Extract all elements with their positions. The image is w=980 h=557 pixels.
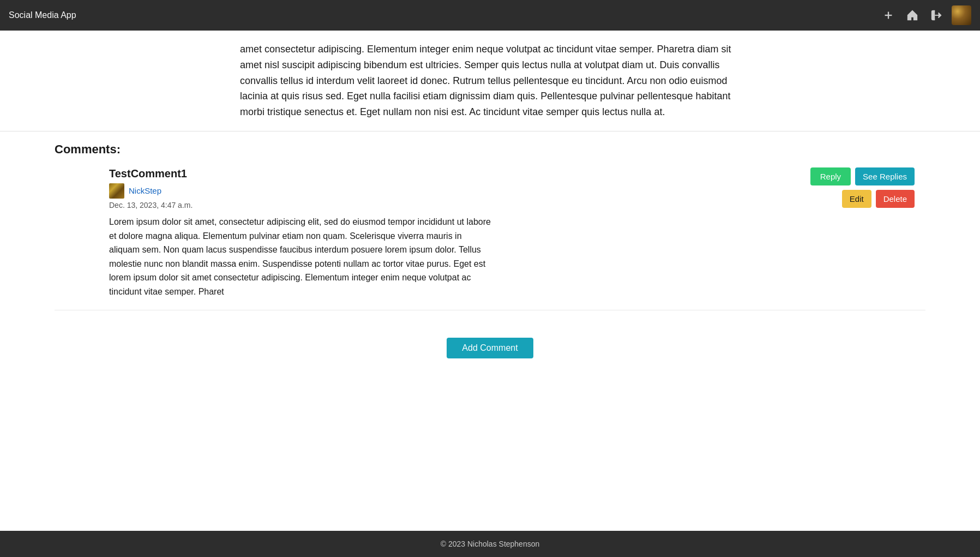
user-avatar[interactable] [952, 5, 971, 25]
comment-actions-row2: Edit Delete [842, 190, 915, 208]
comment-text: Lorem ipsum dolor sit amet, consectetur … [109, 215, 491, 299]
comment-item: TestComment1 NickStep Dec. 13, 2023, 4:4… [55, 167, 925, 310]
comment-author-row: NickStep [109, 183, 810, 199]
see-replies-button[interactable]: See Replies [855, 167, 915, 185]
article-text: amet consectetur adipiscing. Elementum i… [240, 41, 740, 120]
footer: © 2023 Nicholas Stephenson [0, 531, 980, 557]
app-title: Social Media App [9, 10, 76, 20]
main-content: amet consectetur adipiscing. Elementum i… [0, 31, 980, 531]
comment-left-spacer [55, 167, 109, 299]
footer-text: © 2023 Nicholas Stephenson [441, 540, 540, 548]
navbar-actions [880, 5, 971, 25]
add-comment-button[interactable]: Add Comment [447, 338, 533, 358]
delete-button[interactable]: Delete [876, 190, 915, 208]
comment-body: TestComment1 NickStep Dec. 13, 2023, 4:4… [109, 167, 810, 299]
comment-actions: Reply See Replies Edit Delete [810, 167, 925, 299]
logout-icon[interactable] [928, 7, 945, 24]
comments-title: Comments: [55, 142, 925, 157]
comment-title: TestComment1 [109, 167, 810, 180]
comment-date: Dec. 13, 2023, 4:47 a.m. [109, 201, 810, 209]
add-comment-area: Add Comment [55, 327, 925, 380]
comment-actions-row1: Reply See Replies [810, 167, 915, 185]
plus-icon[interactable] [880, 7, 897, 24]
reply-button[interactable]: Reply [810, 167, 851, 185]
edit-button[interactable]: Edit [842, 190, 871, 208]
comments-section: Comments: TestComment1 NickStep Dec. 13,… [0, 131, 980, 391]
comment-author-link[interactable]: NickStep [129, 186, 161, 195]
article-body: amet consectetur adipiscing. Elementum i… [0, 31, 980, 131]
comment-author-avatar [109, 183, 124, 199]
home-icon[interactable] [904, 7, 921, 24]
navbar: Social Media App [0, 0, 980, 31]
